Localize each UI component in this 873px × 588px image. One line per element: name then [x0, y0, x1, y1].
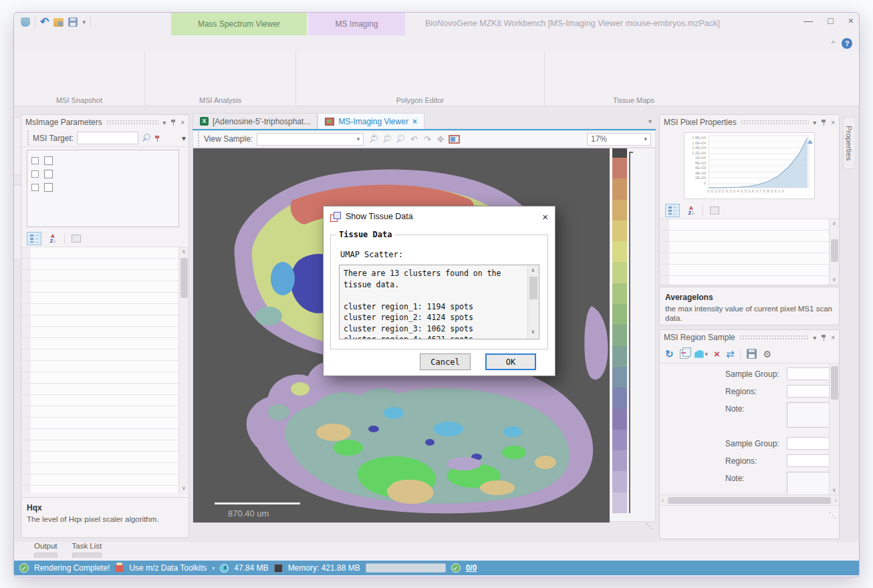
row-expander[interactable] [21, 440, 31, 451]
property-row[interactable] [21, 327, 178, 338]
pan-hand-icon[interactable]: ✥ [434, 133, 447, 145]
scroll-up-icon[interactable]: ∧ [179, 247, 189, 257]
polygon-tool-button[interactable] [396, 68, 409, 78]
property-row[interactable] [21, 429, 178, 440]
property-row[interactable] [21, 315, 178, 327]
tree-checkbox[interactable] [44, 156, 53, 165]
property-row[interactable] [21, 281, 178, 293]
tree-checkbox[interactable] [44, 170, 53, 178]
pin-icon[interactable] [820, 334, 827, 341]
fill-polygon-button[interactable]: ▾ [695, 350, 709, 358]
center-resize-grip[interactable]: ⋱ [193, 522, 656, 534]
collapse-ribbon-icon[interactable]: ^ [832, 39, 835, 47]
region-list-scrollbar[interactable]: ∨ [829, 363, 839, 494]
region-resize-grip[interactable]: ⋱ [660, 505, 839, 539]
property-grid-scrollbar[interactable]: ∧ ∨ [178, 247, 189, 493]
property-row[interactable] [21, 452, 178, 463]
intensity-scrollbar[interactable]: ∧ ∨ [829, 219, 839, 285]
side-tab-properties[interactable]: Properties [843, 117, 854, 169]
scroll-down-icon[interactable]: ∨ [830, 275, 839, 285]
overflow-icon[interactable]: ▾ [182, 134, 186, 143]
task-counter[interactable]: 0/0 [466, 563, 477, 573]
sample-group-input[interactable] [787, 368, 829, 380]
sample-group-input[interactable] [787, 437, 829, 450]
intensity-row[interactable] [660, 265, 829, 276]
polygon-tool-button[interactable] [301, 55, 314, 65]
sort-az-button[interactable]: AZ↓ [45, 232, 60, 245]
tab-close-icon[interactable]: × [412, 117, 417, 126]
polygon-tool-button[interactable] [396, 55, 409, 65]
scroll-down-icon[interactable]: ∨ [528, 327, 538, 338]
ribbon-big-button[interactable] [614, 54, 653, 86]
row-expander[interactable] [21, 429, 31, 440]
row-expander[interactable] [21, 418, 31, 428]
ribbon-big-button[interactable] [102, 54, 140, 86]
row-expander[interactable] [21, 395, 31, 406]
tree-expander[interactable] [31, 157, 39, 164]
zoom-level-combo[interactable]: 17%▾ [587, 133, 651, 146]
view-sample-combo[interactable]: ▾ [257, 133, 364, 146]
tree-item[interactable] [42, 180, 174, 194]
property-row[interactable] [21, 293, 178, 304]
panel-close-icon[interactable]: × [180, 119, 184, 126]
tree-expander[interactable] [31, 170, 39, 178]
row-expander[interactable] [21, 259, 31, 269]
property-pages-button[interactable] [69, 232, 84, 245]
scroll-right-icon[interactable]: › [833, 497, 839, 504]
row-expander[interactable] [660, 265, 669, 275]
row-expander[interactable] [21, 327, 31, 337]
panel-close-icon[interactable]: × [831, 119, 835, 126]
toolbox-icon[interactable] [115, 565, 124, 572]
property-row[interactable] [21, 247, 178, 259]
property-row[interactable] [21, 486, 178, 493]
regions-input[interactable] [787, 454, 829, 467]
panel-menu-icon[interactable]: ▾ [813, 119, 816, 126]
ribbon-big-button[interactable] [222, 54, 257, 86]
toolkit-dropdown-icon[interactable]: ▾ [212, 565, 215, 571]
ribbon-big-button[interactable] [260, 54, 295, 86]
property-row[interactable] [21, 384, 178, 395]
ribbon-big-button[interactable] [573, 54, 612, 86]
qat-dropdown-icon[interactable]: ▾ [82, 19, 86, 25]
sort-az-button[interactable]: AZ↓ [684, 204, 699, 217]
drag-handle[interactable] [27, 130, 29, 146]
dialog-close-icon[interactable]: × [542, 211, 548, 223]
row-expander[interactable] [21, 384, 31, 394]
dialog-title-bar[interactable]: Show Tissue Data × [324, 206, 555, 227]
property-row[interactable] [21, 338, 178, 349]
ribbon-big-button[interactable] [60, 54, 99, 86]
property-row[interactable] [21, 406, 178, 418]
ribbon-tab[interactable] [142, 35, 164, 51]
zoom-out-icon[interactable] [381, 133, 393, 145]
property-row[interactable] [21, 372, 178, 384]
categorized-button[interactable] [665, 204, 680, 217]
intensity-row[interactable] [660, 219, 829, 231]
row-expander[interactable] [660, 253, 669, 264]
minimize-button[interactable]: — [803, 15, 813, 26]
screenshot-icon[interactable] [448, 133, 460, 145]
row-expander[interactable] [21, 474, 31, 485]
property-row[interactable] [21, 361, 178, 372]
ribbon-tab[interactable] [100, 35, 121, 51]
msi-target-input[interactable] [77, 132, 138, 144]
row-expander[interactable] [21, 315, 31, 326]
scroll-thumb[interactable] [668, 497, 831, 504]
row-expander[interactable] [21, 463, 31, 474]
row-expander[interactable] [21, 361, 31, 372]
scroll-down-icon[interactable]: ∨ [179, 484, 189, 493]
toolkit-label[interactable]: Use m/z Data Toolkits [129, 563, 207, 573]
property-pages-button[interactable] [707, 204, 722, 217]
ribbon-tab[interactable] [57, 35, 78, 51]
bottom-tab[interactable]: Task List [72, 542, 102, 562]
property-row[interactable] [21, 395, 178, 406]
tree-expander[interactable] [31, 184, 39, 191]
note-input[interactable]: ∧∨ [787, 472, 829, 494]
row-expander[interactable] [21, 270, 31, 281]
tree-item[interactable] [42, 167, 174, 180]
scroll-thumb[interactable] [831, 366, 838, 400]
polygon-tool-button[interactable] [477, 68, 489, 78]
save-regions-icon[interactable] [747, 349, 757, 359]
scroll-thumb[interactable] [180, 258, 188, 298]
ribbon-big-button[interactable] [19, 54, 57, 86]
note-input[interactable]: ∧∨ [787, 402, 829, 428]
